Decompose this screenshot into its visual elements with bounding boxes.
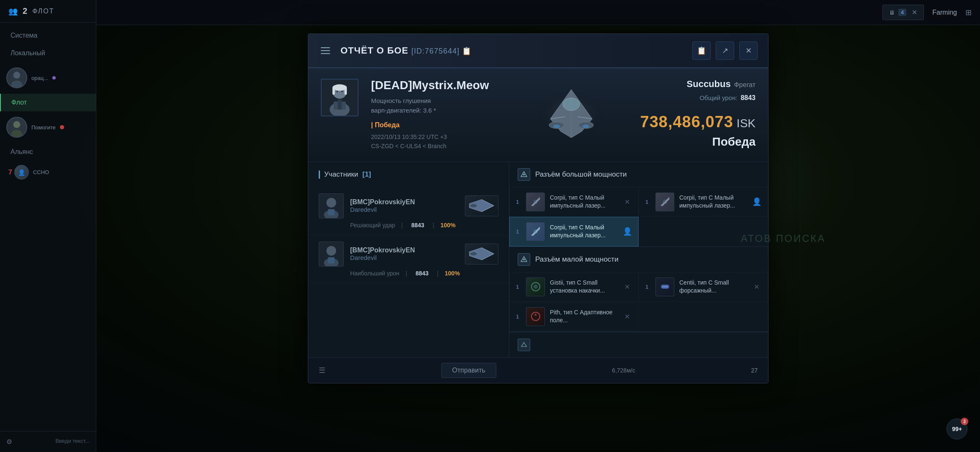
equip-high-3[interactable]: 1 Corpii, тип С Малый импульсный лазер..… <box>509 217 639 247</box>
equip-close-low-1[interactable]: ✕ <box>622 281 632 293</box>
ship-type: Фрегат <box>734 81 756 89</box>
low-power-label: Разъём малой мощности <box>535 255 619 264</box>
top-bar-tabs: 🖥 4 ✕ <box>882 5 924 20</box>
svg-point-47 <box>523 259 525 260</box>
equip-footer <box>509 332 768 357</box>
isk-unit: ISK <box>737 117 756 130</box>
svg-rect-51 <box>662 286 668 288</box>
isk-value: 738,486,073 <box>640 113 733 131</box>
fleet-title: ФЛОТ <box>32 8 54 15</box>
svg-rect-30 <box>328 209 334 216</box>
high-power-section: Разъём большой мощности 1 <box>509 162 768 247</box>
tab-close-icon[interactable]: ✕ <box>912 8 917 16</box>
svg-rect-10 <box>333 87 335 95</box>
participant-alliance-2: [BMC]PokrovskiyEN <box>350 247 459 254</box>
equip-high-1[interactable]: 1 Corpii, тип С Малый импульсный лазер..… <box>509 187 639 217</box>
equip-icon-1 <box>526 193 545 211</box>
participant-card-1: [BMC]PokrovskiyEN Daredevil <box>308 187 509 235</box>
equip-low-3[interactable]: 1 Pith, тип С Адаптивное поле... ✕ <box>509 302 639 331</box>
avatar-2 <box>6 117 27 138</box>
high-power-label: Разъём большой мощности <box>535 170 627 179</box>
footer-page: 27 <box>751 367 758 374</box>
copy-button[interactable]: 📋 <box>692 41 711 60</box>
svg-point-43 <box>523 174 525 175</box>
low-power-icon <box>518 253 530 266</box>
ship-name: Succubus <box>687 79 731 90</box>
participant-ship-2: Daredevil <box>350 254 459 261</box>
farming-label: Farming <box>932 9 957 16</box>
participant-names-2: [BMC]PokrovskiyEN Daredevil <box>350 247 459 261</box>
equip-icon-3 <box>526 222 545 241</box>
low-power-header: Разъём малой мощности <box>509 247 768 272</box>
equip-footer-icon <box>518 339 530 351</box>
screen-count: 4 <box>898 9 906 16</box>
svg-point-12 <box>336 91 338 92</box>
filter-icon[interactable]: ⊞ <box>965 8 972 17</box>
sidebar-header: 👥 2 ФЛОТ <box>0 0 96 23</box>
profile-avatar <box>321 79 358 116</box>
corner-badge[interactable]: 99+ 3 <box>946 419 967 439</box>
equip-close-1[interactable]: ✕ <box>622 196 632 208</box>
damage-value: 8843 <box>740 94 756 102</box>
notification-dot: 3 <box>961 418 968 425</box>
close-button[interactable]: ✕ <box>739 41 758 60</box>
badge-purple-1 <box>52 76 56 80</box>
local-label: Локальный <box>10 49 45 57</box>
svg-point-32 <box>470 204 477 208</box>
ship-image <box>517 77 626 152</box>
avatar-name-2: Помогите <box>31 124 56 131</box>
modal-actions: 📋 ↗ ✕ <box>692 41 758 60</box>
low-power-section: Разъём малой мощности 1 <box>509 247 768 332</box>
low-power-items: 1 Gistii, тип С Small установка накачки.… <box>509 272 768 331</box>
damage-label: Общий урон: <box>699 94 737 101</box>
screen-icon: 🖥 <box>889 9 895 16</box>
export-button[interactable]: ↗ <box>716 41 734 60</box>
participant-stats-2: Наибольший урон | 8843 | 100% <box>319 270 498 277</box>
alliance-nav-label: Альянс <box>10 148 33 156</box>
hamburger-line-2 <box>321 50 330 51</box>
equip-name-1: Corpii, тип С Малый импульсный лазер... <box>550 194 617 210</box>
equip-high-2[interactable]: 1 Corpii, тип С Малый импульсный лазер..… <box>639 187 768 217</box>
svg-point-25 <box>553 125 560 128</box>
badge-red-1 <box>60 125 64 129</box>
equip-name-3: Corpii, тип С Малый импульсный лазер... <box>550 223 618 240</box>
tab-screen[interactable]: 🖥 4 ✕ <box>882 5 924 20</box>
svg-point-36 <box>326 246 336 255</box>
svg-rect-11 <box>344 87 347 95</box>
participant-card-2: [BMC]PokrovskiyEN Daredevil <box>308 235 509 283</box>
sidebar-item-fleet[interactable]: Флот <box>0 94 96 111</box>
send-button[interactable]: Отправить <box>441 363 496 378</box>
alliance-section: 7 👤 ССНО <box>0 161 96 184</box>
sidebar-item-alliance[interactable]: Альянс <box>0 143 96 161</box>
equip-low-2[interactable]: 1 Centii, тип С Small форсажный... ✕ <box>639 272 768 302</box>
avatar-row-2[interactable]: Помогите <box>0 113 96 141</box>
accent-bar <box>319 170 320 179</box>
hamburger-button[interactable] <box>319 45 332 56</box>
svg-rect-15 <box>338 100 342 110</box>
avatar-row-1[interactable]: орац... <box>0 64 96 92</box>
footer-speed: 6,728м/с <box>612 367 635 374</box>
modal-id: [ID:7675644] 📋 <box>411 47 472 55</box>
equip-icon-low-1 <box>526 277 545 296</box>
footer-menu-icon[interactable]: ☰ <box>319 366 325 375</box>
svg-point-1 <box>13 72 21 79</box>
hamburger-line-1 <box>321 47 330 48</box>
svg-point-28 <box>326 198 336 207</box>
gear-button[interactable]: ⚙ <box>6 438 12 446</box>
modal-title: ОТЧЁТ О БОЕ [ID:7675644] 📋 <box>340 45 472 56</box>
equip-name-low-2: Centii, тип С Small форсажный... <box>679 279 747 295</box>
equip-close-low-2[interactable]: ✕ <box>752 281 761 293</box>
svg-point-4 <box>13 121 21 128</box>
participant-stats-1: Решающий удар | 8843 | 100% <box>319 222 498 229</box>
sidebar-footer: ⚙ Введи текст... <box>0 431 96 452</box>
ship-section <box>508 77 634 153</box>
participant-weapon-2 <box>465 244 498 265</box>
equip-close-low-3[interactable]: ✕ <box>622 311 632 323</box>
sidebar-item-local[interactable]: Локальный <box>0 44 96 62</box>
svg-point-49 <box>534 285 538 289</box>
stats-section: Succubus Фрегат Общий урон: 8843 738,486… <box>640 79 756 149</box>
person-icon-1: 👤 <box>752 197 761 206</box>
svg-point-40 <box>470 252 477 256</box>
equip-low-1[interactable]: 1 Gistii, тип С Small установка накачки.… <box>509 272 639 302</box>
sidebar-item-sistema[interactable]: Система <box>0 27 96 44</box>
